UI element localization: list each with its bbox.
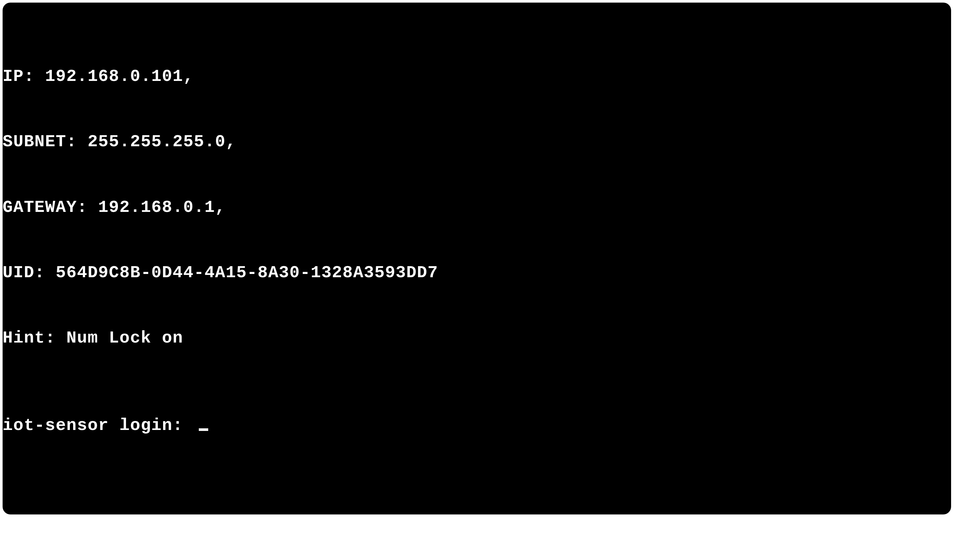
cursor-icon	[199, 428, 208, 431]
ip-line: IP: 192.168.0.101,	[3, 65, 951, 88]
terminal-window: IP: 192.168.0.101, SUBNET: 255.255.255.0…	[3, 3, 951, 515]
login-prompt-text: iot-sensor login:	[3, 416, 194, 435]
subnet-line: SUBNET: 255.255.255.0,	[3, 131, 951, 153]
login-prompt-line[interactable]: iot-sensor login:	[3, 415, 951, 437]
uid-line: UID: 564D9C8B-0D44-4A15-8A30-1328A3593DD…	[3, 262, 951, 284]
hint-line: Hint: Num Lock on	[3, 327, 951, 349]
gateway-line: GATEWAY: 192.168.0.1,	[3, 197, 951, 218]
